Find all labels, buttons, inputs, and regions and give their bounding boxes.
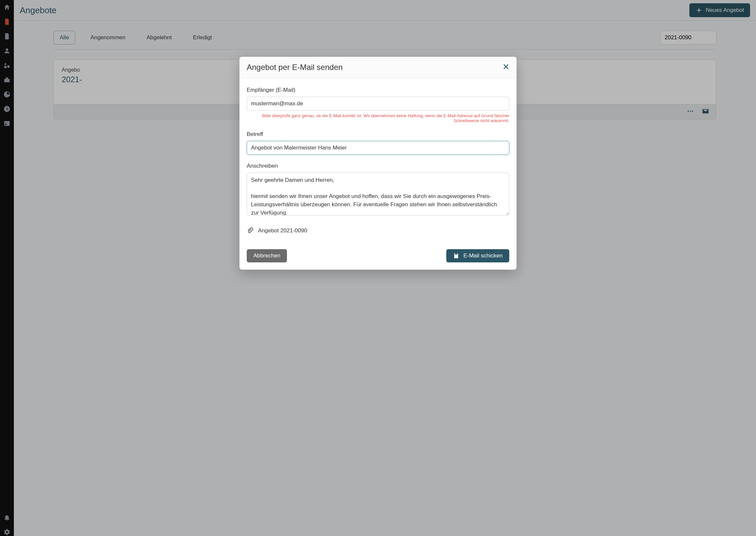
recipient-input[interactable]: [247, 97, 509, 111]
attachment-row: Angebot 2021-0090: [247, 225, 509, 241]
subject-input[interactable]: [247, 141, 509, 155]
send-button-label: E-Mail schicken: [463, 252, 503, 259]
attachment-label: Angebot 2021-0090: [258, 227, 307, 234]
paperclip-icon: [247, 227, 253, 234]
cancel-button[interactable]: Abbrechen: [247, 249, 287, 262]
modal-overlay: Angebot per E-Mail senden Empfänger (E-M…: [0, 0, 756, 536]
subject-label: Betreff: [247, 131, 509, 138]
modal-title: Angebot per E-Mail senden: [247, 63, 343, 72]
recipient-help: Bitte überprüfe ganz genau, ob die E-Mai…: [247, 113, 509, 123]
recipient-label: Empfänger (E-Mail): [247, 87, 509, 93]
save-icon: [453, 252, 459, 259]
close-icon: [503, 63, 509, 70]
send-email-modal: Angebot per E-Mail senden Empfänger (E-M…: [239, 57, 517, 270]
body-textarea[interactable]: [247, 173, 509, 216]
close-button[interactable]: [503, 63, 509, 71]
body-label: Anschreiben: [247, 163, 509, 169]
send-button[interactable]: E-Mail schicken: [446, 249, 509, 262]
